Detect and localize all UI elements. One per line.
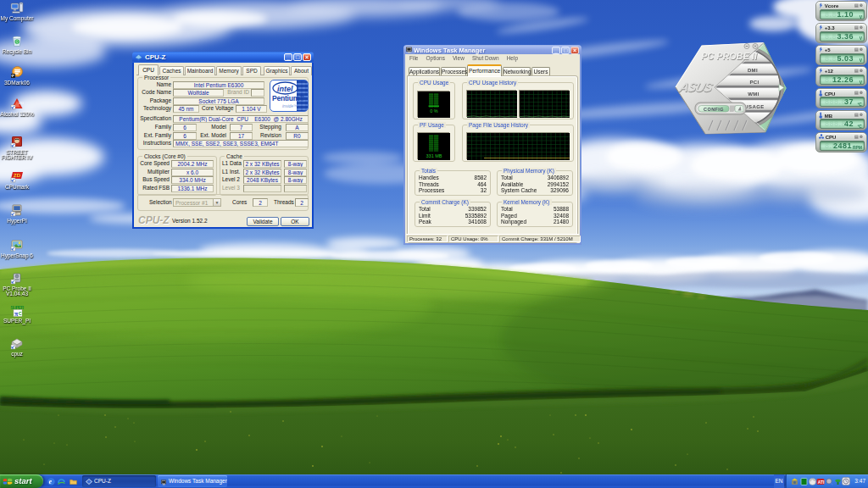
svg-text:CONFIG: CONFIG bbox=[704, 107, 724, 112]
svg-text:ASUS: ASUS bbox=[677, 80, 715, 95]
svg-text:ATI: ATI bbox=[818, 480, 825, 485]
svg-text:C: C bbox=[19, 311, 22, 316]
svg-text:PCI: PCI bbox=[749, 80, 759, 85]
svg-text:WMI: WMI bbox=[748, 92, 760, 97]
svg-text:120: 120 bbox=[18, 101, 24, 105]
svg-text:intel: intel bbox=[277, 85, 293, 93]
svg-text:ZD: ZD bbox=[14, 173, 21, 178]
svg-text:DMI: DMI bbox=[748, 68, 758, 73]
svg-text:331 MB: 331 MB bbox=[426, 153, 442, 158]
svg-text:0 %: 0 % bbox=[430, 108, 438, 114]
svg-text:SUPER: SUPER bbox=[11, 305, 25, 310]
svg-text:PC PROBE II: PC PROBE II bbox=[701, 51, 758, 61]
svg-text:USAGE: USAGE bbox=[744, 104, 764, 109]
